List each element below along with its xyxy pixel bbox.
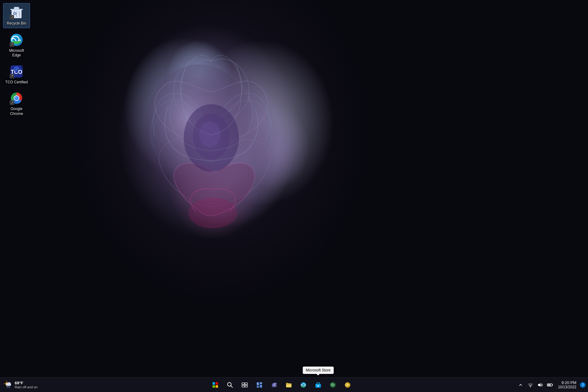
google-chrome-icon: ↗ [9,91,24,105]
tco-certified-icon: TCO ✓ ↗ [9,64,24,79]
svg-rect-71 [347,385,349,386]
svg-text:T: T [273,384,275,386]
ms-store-button[interactable]: ⊞ [311,378,325,392]
recycle-bin-label: Recycle Bin [7,21,26,26]
shortcut-arrow-icon: ↗ [10,15,14,19]
keepass2-button[interactable] [341,378,354,392]
svg-rect-55 [289,385,291,385]
svg-rect-53 [286,383,288,384]
svg-rect-66 [333,385,334,386]
svg-rect-43 [257,386,259,388]
svg-line-36 [231,386,232,387]
svg-rect-38 [245,383,247,385]
desktop-icon-microsoft-edge[interactable]: ↗ Microsoft Edge [3,31,30,60]
svg-rect-56 [289,386,291,386]
recycle-bin-icon: ♻ ↗ [9,5,24,20]
ms-store-wrapper: ⊞ Microsoft Store [311,378,325,392]
weather-widget[interactable]: 69°F Rain off and on [0,380,49,390]
shortcut-arrow-chrome-icon: ↗ [10,101,14,105]
svg-rect-75 [552,384,553,386]
task-view-button[interactable] [238,378,251,392]
weather-icon [4,380,12,390]
taskbar-right: 9:20 PM 10/13/2022 3 [514,380,588,390]
teams-button[interactable]: T [267,378,281,392]
svg-point-20 [15,97,17,98]
system-tray-chevron[interactable] [516,380,525,390]
taskbar-center: T [49,378,514,392]
svg-rect-31 [213,382,215,385]
microsoft-edge-icon: ↗ [9,32,24,47]
wallpaper-rose [101,15,322,270]
weather-info: 69°F Rain off and on [15,381,37,389]
svg-rect-33 [213,385,215,388]
tco-certified-label: TCO Certified [5,80,28,85]
notification-badge[interactable]: 3 [580,382,586,388]
svg-rect-8 [10,9,23,10]
svg-rect-39 [242,385,244,387]
weather-description: Rain off and on [15,385,37,389]
microsoft-edge-label: Microsoft Edge [4,48,29,58]
desktop-icon-tco-certified[interactable]: TCO ✓ ↗ TCO Certified [3,62,30,87]
svg-line-30 [9,386,10,388]
taskbar: 69°F Rain off and on [0,377,588,392]
file-explorer-button[interactable] [282,378,296,392]
svg-rect-54 [287,385,288,386]
svg-point-49 [275,382,276,384]
desktop-icon-google-chrome[interactable]: ↗ Google Chrome [3,89,30,118]
battery-icon[interactable] [546,380,554,390]
desktop: ♻ ↗ Recycle Bin [0,0,588,392]
svg-rect-70 [348,384,349,385]
svg-rect-65 [334,384,334,385]
svg-point-35 [228,382,231,386]
svg-text:✓: ✓ [15,67,18,71]
svg-rect-76 [548,384,551,386]
volume-icon[interactable] [536,380,545,390]
wallpaper [0,0,588,392]
svg-rect-44 [260,385,262,388]
svg-rect-34 [216,385,218,388]
start-button[interactable] [209,378,222,392]
svg-rect-64 [333,385,334,385]
wifi-icon[interactable] [526,380,535,390]
svg-point-4 [199,121,221,147]
svg-text:⊞: ⊞ [317,385,319,387]
widgets-button[interactable] [253,378,266,392]
desktop-icons-container: ♻ ↗ Recycle Bin [0,0,33,121]
shortcut-arrow-edge-icon: ↗ [10,42,14,47]
svg-point-5 [188,198,237,228]
svg-rect-32 [216,382,218,385]
keepassxc-button[interactable] [326,378,340,392]
edge-taskbar-button[interactable] [297,378,310,392]
svg-rect-69 [347,385,349,385]
clock-date: 10/13/2022 [558,385,576,389]
svg-line-29 [8,386,9,388]
svg-rect-50 [275,384,277,386]
svg-line-28 [7,386,7,388]
weather-temperature: 69°F [15,381,37,385]
svg-rect-37 [242,383,244,385]
clock-time: 9:20 PM [562,380,576,385]
svg-rect-57 [287,386,291,386]
svg-point-72 [530,386,531,387]
shortcut-arrow-tco-icon: ↗ [10,74,14,78]
search-button[interactable] [223,378,237,392]
svg-marker-73 [538,383,541,387]
svg-rect-40 [245,385,247,387]
clock-area[interactable]: 9:20 PM 10/13/2022 [556,380,579,389]
google-chrome-label: Google Chrome [4,107,29,116]
desktop-icon-recycle-bin[interactable]: ♻ ↗ Recycle Bin [3,3,30,28]
svg-rect-60 [317,383,320,385]
svg-point-27 [8,382,11,385]
